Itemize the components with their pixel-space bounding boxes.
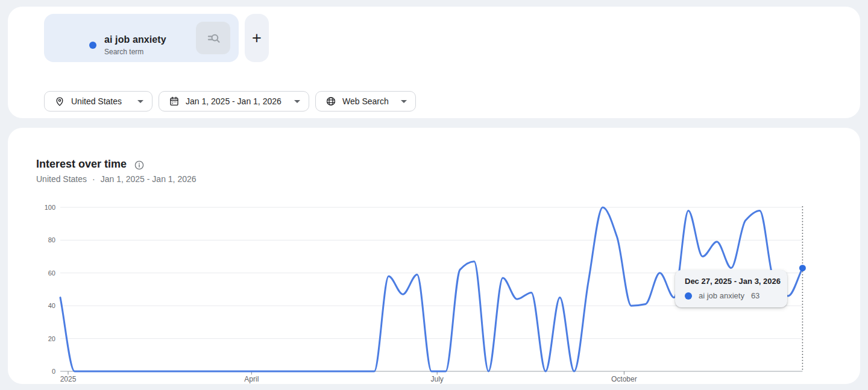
search-term-chip[interactable]: ai job anxiety Search term [44, 14, 239, 62]
svg-text:80: 80 [48, 236, 55, 244]
chart-tooltip: Dec 27, 2025 - Jan 3, 2026 ai job anxiet… [675, 270, 787, 307]
explore-search-button[interactable] [196, 22, 230, 54]
region-filter-dropdown[interactable]: United States [44, 91, 153, 112]
location-pin-icon [54, 96, 65, 107]
svg-text:0: 0 [52, 368, 55, 375]
series-color-dot [89, 42, 96, 49]
search-type-filter-label: Web Search [342, 96, 389, 106]
interest-over-time-chart[interactable]: 0204060801002025AprilJulyOctober [8, 128, 860, 384]
svg-text:July: July [431, 375, 444, 383]
svg-text:20: 20 [48, 335, 55, 342]
chevron-down-icon [401, 100, 407, 103]
svg-text:2025: 2025 [60, 375, 77, 383]
region-filter-label: United States [71, 96, 122, 106]
globe-icon [326, 96, 336, 107]
add-comparison-button[interactable]: + [245, 14, 269, 62]
search-term-type: Search term [104, 48, 143, 56]
date-range-filter-dropdown[interactable]: Jan 1, 2025 - Jan 1, 2026 [159, 91, 309, 112]
tooltip-date-range: Dec 27, 2025 - Jan 3, 2026 [685, 277, 778, 286]
svg-text:60: 60 [48, 269, 55, 277]
chevron-down-icon [137, 100, 143, 103]
date-range-filter-label: Jan 1, 2025 - Jan 1, 2026 [186, 96, 281, 106]
filter-bar: United States [44, 91, 416, 112]
search-terms-card: ai job anxiety Search term + [8, 7, 860, 118]
search-type-filter-dropdown[interactable]: Web Search [315, 91, 416, 112]
tooltip-series-dot [685, 292, 692, 300]
tooltip-series-value: 63 [751, 291, 760, 300]
tooltip-series-label: ai job anxiety [699, 291, 744, 300]
svg-text:100: 100 [45, 204, 55, 211]
svg-text:April: April [244, 375, 259, 383]
svg-text:October: October [611, 375, 637, 383]
tooltip-series-row: ai job anxiety 63 [685, 291, 778, 300]
calendar-icon [169, 96, 180, 107]
plus-icon: + [252, 29, 262, 48]
search-with-lines-icon [206, 30, 221, 46]
chevron-down-icon [294, 100, 300, 103]
search-term-text: ai job anxiety [104, 34, 166, 45]
google-trends-page: ai job anxiety Search term + [0, 0, 868, 390]
svg-text:40: 40 [48, 302, 55, 309]
